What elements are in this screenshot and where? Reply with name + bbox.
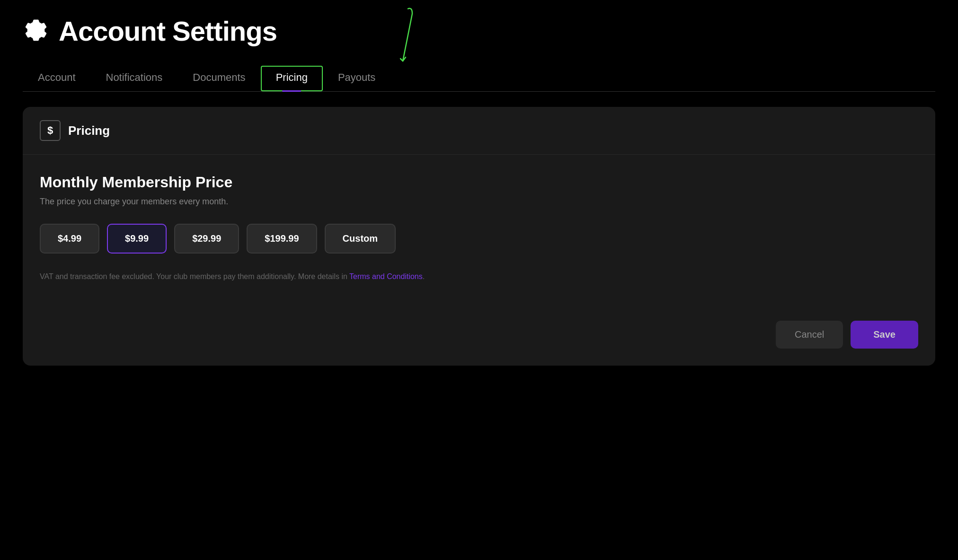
tab-payouts[interactable]: Payouts: [323, 66, 391, 91]
terms-link[interactable]: Terms and Conditions: [349, 272, 423, 280]
pricing-card-title: Pricing: [68, 123, 110, 138]
page-container: Account Settings Account Notifications D…: [0, 0, 958, 560]
pricing-card: $ Pricing Monthly Membership Price The p…: [23, 107, 935, 366]
membership-price-title: Monthly Membership Price: [40, 174, 918, 191]
tab-account[interactable]: Account: [23, 66, 91, 91]
pricing-card-body: Monthly Membership Price The price you c…: [23, 155, 935, 306]
price-option-2999[interactable]: $29.99: [174, 224, 239, 254]
price-option-custom[interactable]: Custom: [325, 224, 396, 254]
price-option-999[interactable]: $9.99: [107, 224, 167, 254]
footer-actions: Cancel Save: [23, 306, 935, 366]
save-button[interactable]: Save: [851, 321, 918, 349]
main-content: $ Pricing Monthly Membership Price The p…: [23, 107, 935, 537]
cancel-button[interactable]: Cancel: [776, 321, 843, 349]
vat-note-prefix: VAT and transaction fee excluded. Your c…: [40, 272, 349, 280]
gear-icon: [23, 18, 49, 44]
tabs-container: Account Notifications Documents Pricing …: [23, 66, 935, 92]
tab-documents[interactable]: Documents: [177, 66, 260, 91]
page-title: Account Settings: [59, 15, 277, 47]
price-option-499[interactable]: $4.99: [40, 224, 99, 254]
dollar-icon: $: [40, 120, 61, 141]
tabs-nav: Account Notifications Documents Pricing …: [23, 66, 935, 92]
tab-pricing[interactable]: Pricing: [261, 66, 323, 91]
vat-note-suffix: .: [423, 272, 425, 280]
price-option-19999[interactable]: $199.99: [247, 224, 317, 254]
page-header: Account Settings: [23, 15, 935, 47]
membership-description: The price you charge your members every …: [40, 197, 918, 207]
price-options: $4.99 $9.99 $29.99 $199.99 Custom: [40, 224, 918, 254]
tab-notifications[interactable]: Notifications: [91, 66, 178, 91]
pricing-card-header: $ Pricing: [23, 107, 935, 155]
vat-note: VAT and transaction fee excluded. Your c…: [40, 271, 918, 283]
